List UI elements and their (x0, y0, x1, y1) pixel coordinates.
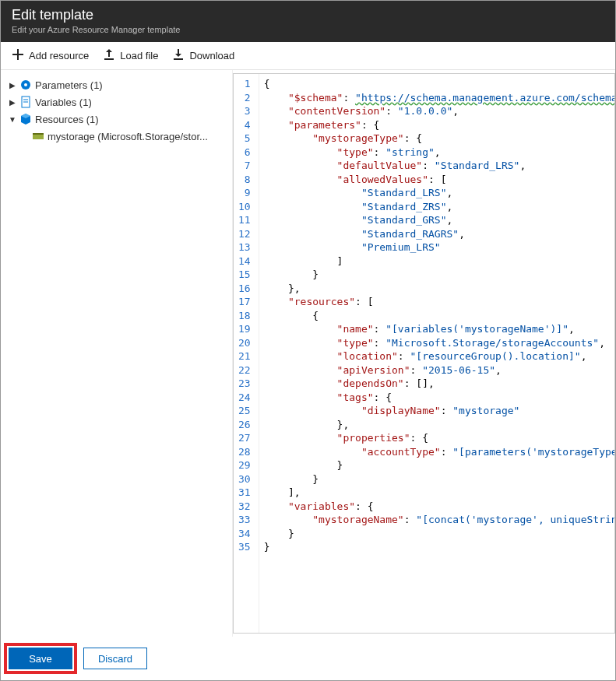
save-label: Save (29, 653, 52, 665)
load-file-label: Load file (120, 50, 158, 61)
download-button[interactable]: Download (172, 48, 234, 63)
code-editor[interactable]: 1234567891011121314151617181920212223242… (233, 73, 615, 634)
line-gutter: 1234567891011121314151617181920212223242… (234, 74, 259, 633)
discard-label: Discard (98, 653, 132, 665)
page-title: Edit template (12, 7, 604, 23)
tree-resource-item-label: mystorage (Microsoft.Storage/stor... (48, 131, 208, 142)
add-resource-label: Add resource (29, 50, 89, 61)
header: Edit template Edit your Azure Resource M… (1, 1, 615, 42)
sidebar: ▶ Parameters (1) ▶ Variables (1) ▼ Resou… (1, 70, 233, 637)
svg-point-3 (24, 83, 27, 86)
document-icon (19, 96, 32, 108)
load-file-button[interactable]: Load file (103, 48, 158, 63)
svg-rect-1 (12, 54, 23, 55)
add-resource-button[interactable]: Add resource (12, 48, 89, 63)
page-subtitle: Edit your Azure Resource Manager templat… (12, 25, 604, 34)
plus-icon (12, 48, 24, 63)
upload-icon (103, 48, 115, 63)
main: ▶ Parameters (1) ▶ Variables (1) ▼ Resou… (1, 70, 615, 637)
gear-icon (19, 79, 32, 91)
toolbar: Add resource Load file Download (1, 42, 615, 70)
tree-variables[interactable]: ▶ Variables (1) (5, 93, 227, 111)
code-area[interactable]: { "$schema": "https://schema.management.… (259, 74, 614, 633)
download-label: Download (189, 50, 234, 61)
discard-button[interactable]: Discard (83, 648, 147, 669)
download-icon (172, 48, 185, 63)
tree-resources-label: Resources (1) (35, 114, 99, 125)
save-button[interactable]: Save (9, 648, 72, 669)
tree-parameters[interactable]: ▶ Parameters (1) (5, 76, 227, 93)
chevron-right-icon: ▶ (9, 81, 16, 90)
footer: Save Discard (1, 637, 615, 680)
tree-resources[interactable]: ▼ Resources (1) (5, 111, 227, 128)
tree-parameters-label: Parameters (1) (35, 79, 103, 91)
cube-icon (19, 113, 32, 125)
storage-icon (32, 130, 44, 142)
chevron-down-icon: ▼ (9, 115, 16, 124)
tree-variables-label: Variables (1) (35, 97, 92, 108)
chevron-right-icon: ▶ (9, 98, 16, 107)
svg-rect-8 (33, 133, 44, 135)
tree-resource-item[interactable]: mystorage (Microsoft.Storage/stor... (5, 128, 227, 145)
